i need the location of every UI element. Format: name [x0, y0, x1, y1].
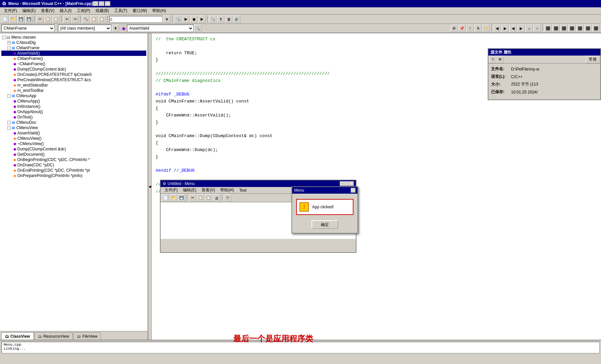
child-tb-save[interactable]: 💾 — [178, 194, 185, 202]
tree-item-initinstance[interactable]: ◆ InitInstance() — [1, 104, 146, 109]
open-btn[interactable]: 📂 — [9, 16, 17, 23]
run-btn[interactable]: ▶ — [182, 16, 190, 23]
tab-classview[interactable]: 🗂 ClassView — [1, 332, 34, 340]
expand-cmenuview[interactable]: - — [7, 126, 11, 130]
fmt-btn[interactable]: ¶ — [217, 16, 225, 23]
extra4[interactable]: ⬛ — [568, 25, 576, 32]
tree-item-onbeginprinting[interactable]: ◈ OnBeginPrinting(CDC *pDC, CPrintInfo * — [1, 157, 146, 162]
menu-build[interactable]: 组建(B) — [93, 7, 112, 14]
tree-item-root[interactable]: - 🗂 Menu classes — [1, 35, 146, 40]
tree-item-cmenudoc[interactable]: - 🏛 CMenuDoc — [1, 120, 146, 125]
nav-fwd2[interactable]: ▶ — [517, 25, 525, 32]
redo-btn[interactable]: ↪ — [71, 16, 79, 23]
maximize-btn[interactable]: □ — [99, 1, 104, 6]
copy-btn[interactable]: 📋 — [44, 16, 52, 23]
tree-item-onappabout[interactable]: ◆ OnAppAbout() — [1, 109, 146, 114]
tree-item-cmainframe[interactable]: - 🏛 CMainFrame — [1, 45, 146, 51]
build2-btn[interactable]: 📋 — [90, 16, 98, 23]
child-minimize[interactable]: _ — [340, 181, 344, 186]
del-btn[interactable]: 🗑 — [225, 16, 233, 23]
find-dropdown[interactable]: ▼ — [163, 16, 171, 23]
child-tb-print[interactable]: 🖨 — [213, 194, 220, 202]
nav-fwd[interactable]: ▶ — [501, 25, 509, 32]
tree-item-m-wndstatusbar[interactable]: ◈ m_wndStatusBar — [1, 83, 146, 88]
menu-view[interactable]: 查看(V) — [38, 7, 57, 14]
expand-caboutdlg[interactable]: + — [7, 41, 11, 45]
minimize-btn[interactable]: _ — [93, 1, 98, 6]
tree-item-dump2[interactable]: ◆ Dump(CDumpContext &dc) — [1, 146, 146, 152]
save-btn[interactable]: 💾 — [17, 16, 25, 23]
close-btn[interactable]: ✕ — [105, 1, 110, 6]
find-input[interactable] — [109, 16, 163, 23]
expand-root[interactable]: - — [2, 36, 6, 39]
cv-btn3[interactable]: ! — [466, 25, 474, 32]
props-help-btn[interactable]: ? — [489, 56, 496, 63]
tree-item-onendprinting[interactable]: ◈ OnEndPrinting(CDC *pDC, CPrintInfo *pl — [1, 168, 146, 173]
child-tb-help[interactable]: ? — [224, 194, 231, 202]
child-tb-new[interactable]: 📄 — [162, 194, 169, 202]
tree-item-getdocument[interactable]: ◆ GetDocument() — [1, 152, 146, 157]
save-all-btn[interactable]: 💾 — [25, 16, 33, 23]
tree-item-cmenuapp-ctor[interactable]: ◆ CMenuApp() — [1, 98, 146, 104]
extra5[interactable]: ⬛ — [576, 25, 584, 32]
menu-insert[interactable]: 插入(I) — [57, 7, 74, 14]
tree-item-cmenuapp[interactable]: - 🏛 CMenuApp — [1, 93, 146, 98]
members-dropdown-btn[interactable]: ▼ — [112, 25, 119, 32]
nav-back[interactable]: ◀ — [493, 25, 501, 32]
tree-item-cmenuview[interactable]: - 🏛 CMenuView — [1, 125, 146, 130]
tree-item-assertvalid2[interactable]: ◆ AssertValid() — [1, 130, 146, 136]
cv-btn5[interactable]: ⚡ — [482, 25, 490, 32]
menu-project[interactable]: 工程(P) — [74, 7, 93, 14]
new-btn[interactable]: 📄 — [1, 16, 9, 23]
tree-item-precreatewindow[interactable]: ◆ PreCreateWindow(CREATESTRUCT &cs — [1, 77, 146, 83]
macro-btn[interactable]: ○ — [533, 25, 541, 32]
tree-item-caboutdlg[interactable]: + 🏛 CAboutDlg — [1, 40, 146, 45]
dialog-close-btn[interactable]: ✕ — [351, 188, 355, 193]
cv-btn2[interactable]: 📌 — [458, 25, 466, 32]
tree-item-onprepareprinting[interactable]: ◈ OnPreparePrinting(CPrintInfo *pInfo) — [1, 173, 146, 178]
expand-cmenuapp[interactable]: - — [7, 94, 11, 98]
stop-btn[interactable]: ⏹ — [190, 16, 198, 23]
debug-btn[interactable]: ▶ — [198, 16, 206, 23]
method-go-btn[interactable]: 🔍 — [194, 25, 202, 32]
child-menu-file[interactable]: 文件(F) — [162, 187, 180, 194]
child-menu-help[interactable]: 帮助(H) — [218, 187, 237, 194]
menu-file[interactable]: 文件(F) — [1, 7, 20, 14]
child-menu-test[interactable]: Test — [237, 187, 249, 193]
undo-btn[interactable]: ↩ — [63, 16, 71, 23]
tree-item-cmainframe-ctor[interactable]: ◈ CMainFrame() — [1, 56, 146, 61]
members-dropdown[interactable]: [All class members] — [58, 25, 111, 32]
child-menu-view[interactable]: 查看(V) — [199, 187, 218, 194]
tree-item-cmainframe-dtor[interactable]: ◆ ~CMainFrame() — [1, 61, 146, 67]
tab-fileview[interactable]: 🗂 FileView — [73, 332, 101, 340]
tree-item-cmenuview-ctor[interactable]: ◈ CMenuView() — [1, 136, 146, 141]
tree-item-assertvalid[interactable]: ◆ AssertValid() — [1, 51, 146, 56]
cut-btn[interactable]: ✂ — [36, 16, 44, 23]
tree-item-m-wndtoolbar[interactable]: ◈ m_wndToolBar — [1, 88, 146, 93]
method-dropdown[interactable]: AssertValid — [127, 25, 194, 32]
cv-btn1[interactable]: ⚙ — [450, 25, 458, 32]
extra1[interactable]: ⬛ — [544, 25, 552, 32]
nav-home[interactable]: ⌂ — [525, 25, 533, 32]
props-browse-btn[interactable]: ⚙ — [496, 56, 504, 63]
extra6[interactable]: ⬛ — [584, 25, 592, 32]
find-file-btn[interactable]: 🔍 — [174, 16, 182, 23]
tree-item-ondraw[interactable]: ◆ OnDraw(CDC *pDC) — [1, 162, 146, 168]
menu-window[interactable]: 窗口(W) — [130, 7, 150, 14]
menu-tools[interactable]: 工具(T) — [112, 7, 130, 14]
menu-edit[interactable]: 编辑(E) — [20, 7, 38, 14]
extra2[interactable]: ⬛ — [552, 25, 560, 32]
cv-btn4[interactable]: 🖱 — [474, 25, 482, 32]
props-tab-general[interactable]: 常规 — [586, 56, 600, 63]
audio-btn[interactable]: 🔊 — [233, 16, 241, 23]
tree-item-dump[interactable]: ◆ Dump(CDumpContext &dc) — [1, 67, 146, 72]
child-tb-cut[interactable]: ✂ — [189, 194, 196, 202]
find2-btn[interactable]: 🔍 — [209, 16, 217, 23]
resize-handle[interactable]: ◀ — [148, 33, 152, 340]
build-btn[interactable]: 🔨 — [82, 16, 90, 23]
child-maximize[interactable]: □ — [344, 181, 349, 186]
child-tb-open[interactable]: 📂 — [170, 194, 177, 202]
expand-cmainframe[interactable]: - — [7, 46, 11, 50]
child-menu-edit[interactable]: 编辑(E) — [180, 187, 199, 194]
build3-btn[interactable]: 📋 — [98, 16, 106, 23]
